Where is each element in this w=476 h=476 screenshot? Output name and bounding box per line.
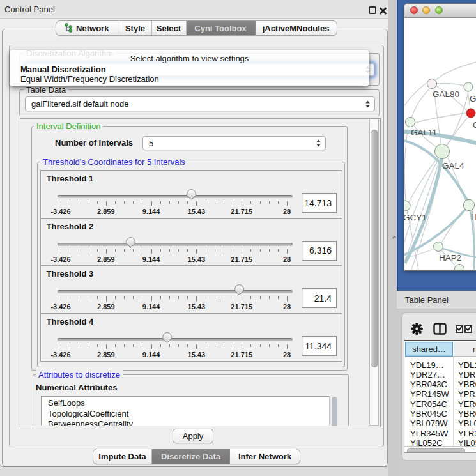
threshold-slider-thumb[interactable] — [162, 332, 172, 343]
threshold-panel-2: Threshold 2-3.4262.8599.14415.4321.71528… — [40, 218, 342, 266]
popup-placeholder-item[interactable]: Select algorithm to view settings — [10, 54, 369, 63]
table-row[interactable]: YER054CYER05 — [404, 399, 476, 409]
network-node-node[interactable] — [455, 265, 464, 270]
threshold-slider-track[interactable] — [58, 290, 293, 293]
slider-tick — [250, 249, 251, 252]
table-horizontal-scrollbar-thumb[interactable] — [407, 448, 465, 454]
attribute-list-item[interactable]: SelfLoops — [48, 398, 85, 408]
slider-tick — [106, 201, 107, 206]
tab-label: jActiveMNodules — [263, 24, 330, 33]
slider-tick — [160, 201, 161, 204]
split-view-icon[interactable] — [433, 323, 447, 335]
network-canvas[interactable]: GAL80GACGAL11GAL4GCY1HHAP2 — [404, 18, 476, 270]
tab-jactivemnodules[interactable]: jActiveMNodules — [256, 21, 337, 35]
tab-cyni-toolbox[interactable]: Cyni Toolbox — [187, 21, 256, 35]
close-traffic-light-icon[interactable] — [410, 6, 418, 14]
algorithm-dropdown-popup: Select algorithm to view settings Manual… — [10, 50, 369, 86]
slider-tick — [61, 296, 61, 301]
slider-tick-label: 15.43 — [188, 351, 206, 358]
threshold-value-field[interactable]: 21.4 — [302, 288, 337, 308]
attribute-list-item[interactable]: BetweennessCentrality — [48, 419, 133, 426]
network-node-label: C — [473, 120, 476, 130]
network-node-GCY1[interactable] — [404, 201, 410, 211]
network-node-H[interactable] — [463, 199, 474, 210]
slider-tick — [61, 344, 61, 349]
slider-tick-label: 15.43 — [188, 303, 206, 311]
slider-tick — [196, 201, 197, 206]
threshold-value-field[interactable]: 6.316 — [302, 241, 337, 261]
cell-name: YBR04 — [458, 380, 476, 389]
table-row[interactable]: YDR27…YDR27 — [404, 369, 476, 380]
close-icon[interactable] — [380, 6, 387, 13]
table-row[interactable]: YLR345WYLR34 — [404, 428, 476, 438]
apply-button[interactable]: Apply — [173, 429, 213, 443]
slider-tick — [151, 296, 152, 301]
network-node-label: GAL11 — [411, 128, 437, 137]
table-row[interactable]: YBL079WYBL07 — [404, 418, 476, 429]
checkbox-icon[interactable] — [464, 325, 473, 333]
settings-scrollbar-thumb[interactable] — [371, 130, 378, 367]
tab-network[interactable]: Network — [56, 21, 119, 35]
network-node-GAL80[interactable] — [427, 79, 437, 89]
network-node-HAP2[interactable] — [434, 242, 443, 252]
threshold-value-field[interactable]: 14.713 — [302, 193, 337, 213]
tab-impute-data[interactable]: Impute Data — [93, 449, 152, 464]
threshold-slider-thumb[interactable] — [126, 237, 135, 248]
tab-select[interactable]: Select — [152, 21, 187, 35]
table-data-combobox[interactable]: galFiltered.sif default node — [25, 96, 375, 111]
column-header-name[interactable]: na — [454, 342, 476, 357]
threshold-slider-thumb[interactable] — [234, 284, 244, 295]
network-edge — [436, 83, 464, 86]
slider-tick — [151, 201, 152, 206]
popup-item-manual-discretization[interactable]: Manual Discretization — [10, 65, 369, 74]
slider-tick — [124, 296, 125, 299]
slider-tick — [169, 296, 170, 299]
threshold-slider-track[interactable] — [58, 243, 293, 246]
slider-tick — [70, 296, 70, 299]
slider-tick — [287, 201, 288, 206]
attribute-list-item[interactable]: TopologicalCoefficient — [48, 409, 128, 418]
tab-infer-network[interactable]: Infer Network — [230, 449, 300, 464]
cell-shared-name: YER054C — [410, 399, 447, 409]
slider-tick — [151, 344, 152, 349]
slider-tick — [133, 201, 134, 204]
slider-tick — [88, 344, 88, 347]
threshold-slider-track[interactable] — [58, 338, 293, 341]
table-row[interactable]: YBR043CYBR04 — [404, 380, 476, 390]
checkbox-icon[interactable] — [456, 325, 464, 333]
cell-shared-name: YDL19… — [410, 360, 444, 370]
slider-tick — [142, 296, 142, 299]
slider-tick — [260, 296, 261, 299]
float-window-icon[interactable] — [369, 6, 376, 14]
minimize-traffic-light-icon[interactable] — [422, 6, 430, 14]
network-node-GAL4[interactable] — [435, 144, 450, 159]
column-header-shared-name[interactable]: shared… — [405, 342, 453, 357]
slider-tick — [215, 296, 215, 299]
number-of-intervals-combobox[interactable]: 5 — [142, 136, 326, 150]
gear-icon[interactable] — [411, 323, 423, 335]
zoom-traffic-light-icon[interactable] — [435, 6, 443, 14]
slider-tick — [79, 201, 79, 204]
network-node-GAL11[interactable] — [406, 118, 415, 127]
slider-tick-label: 28 — [283, 303, 291, 311]
tab-discretize-data[interactable]: Discretize Data — [152, 449, 230, 464]
slider-tick — [70, 201, 70, 204]
table-row[interactable]: YDL19…YDL19 — [404, 360, 476, 370]
numerical-attributes-list[interactable]: SelfLoopsTopologicalCoefficientBetweenne… — [41, 396, 330, 426]
threshold-slider-track[interactable] — [58, 195, 293, 198]
table-horizontal-scrollbar[interactable] — [404, 446, 476, 453]
slider-tick — [215, 201, 215, 204]
threshold-value-field[interactable]: 11.344 — [302, 336, 337, 356]
network-node-C[interactable] — [466, 109, 475, 118]
slider-tick — [269, 249, 270, 252]
tab-style[interactable]: Style — [119, 21, 152, 35]
popup-item-equal-width-frequency[interactable]: Equal Width/Frequency Discretization — [10, 74, 369, 84]
network-node-GA[interactable] — [464, 82, 473, 91]
threshold-slider-thumb[interactable] — [187, 189, 196, 200]
attributes-list-scrollbar-thumb[interactable] — [332, 397, 337, 426]
slider-tick — [79, 249, 79, 252]
slider-tick — [250, 344, 251, 347]
table-row[interactable]: YBR045CYBR04 — [404, 409, 476, 419]
slider-tick — [178, 296, 179, 299]
table-row[interactable]: YPR145WYPR14 — [404, 389, 476, 399]
